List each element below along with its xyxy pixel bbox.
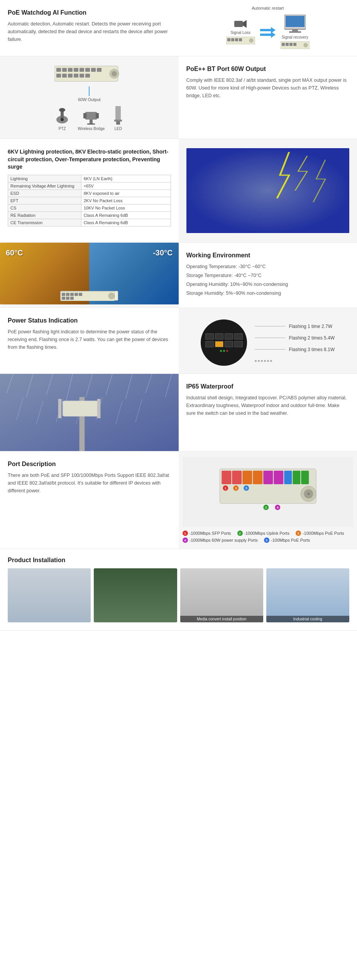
svg-rect-46 (115, 106, 121, 120)
table-cell-value: 2KV No Packet Loss (81, 197, 171, 204)
working-env-section: 60°C -30°C Working Environment Op (0, 243, 357, 308)
protection-left: 6KV Lightning protection, 8KV Electro-st… (0, 139, 179, 242)
legend-dot-icon: 3 (296, 531, 301, 536)
port-desc-title: Port Description (8, 461, 171, 468)
working-env-line: Storage Temperature: -40°C ~70°C (186, 272, 350, 279)
power-status-section: Power Status Indication PoE power flashi… (0, 308, 357, 374)
ip65-right: IP65 Waterproof Industrial shell design,… (179, 374, 357, 451)
svg-rect-101 (284, 471, 292, 484)
table-cell-feature: Lightning (8, 175, 81, 182)
port-block (205, 341, 214, 347)
table-row: EFT2KV No Packet Loss (8, 197, 171, 204)
port-block (225, 341, 233, 347)
install-label: Media convert install position (180, 616, 263, 622)
svg-rect-12 (292, 29, 298, 31)
port-block (234, 341, 243, 347)
working-env-title: Working Environment (186, 252, 350, 259)
flash-label: Flashing 1 time 2.7W (289, 324, 332, 329)
protection-table: Lightning6KV (LN Earth)Remaining Voltage… (8, 175, 171, 226)
power-status-left: Power Status Indication PoE power flashi… (0, 308, 179, 373)
svg-point-7 (249, 39, 253, 42)
svg-rect-71 (70, 297, 74, 300)
watchdog-section: PoE Watchdog AI Function Automatic detec… (0, 0, 357, 56)
legend-item: 4-1000Mbps 60W power supply Ports (183, 537, 258, 543)
svg-rect-95 (222, 471, 231, 484)
install-item: Industrial cooling (266, 568, 349, 622)
legend-label: -1000Mbps 60W power supply Ports (189, 538, 258, 542)
table-cell-feature: Remaining Voltage After Lightning (8, 182, 81, 189)
ptz-device: PTZ (54, 106, 70, 131)
legend-item: 5-100Mbps PoE Ports (264, 537, 310, 543)
poe-bt-desc: Comply with IEEE 802.3af / at/bt standar… (186, 76, 350, 100)
svg-rect-43 (96, 113, 99, 118)
svg-rect-27 (91, 68, 96, 72)
ip65-section: IP65 Waterproof Industrial shell design,… (0, 374, 357, 451)
svg-text:4: 4 (277, 506, 279, 509)
table-row: ESD8KV exposed to air (8, 189, 171, 197)
svg-rect-18 (293, 43, 296, 46)
svg-rect-28 (97, 68, 102, 72)
svg-rect-47 (114, 120, 122, 122)
installation-title: Product Installation (8, 557, 349, 564)
table-row: Lightning6KV (LN Earth) (8, 175, 171, 182)
port-desc-left: Port Description There are both PoE and … (0, 451, 179, 549)
svg-marker-9 (260, 32, 276, 38)
legend-dot-icon: 4 (183, 537, 188, 543)
svg-rect-103 (301, 471, 309, 484)
table-cell-value: 10KV No Packet Loss (81, 204, 171, 211)
port-block (234, 333, 243, 340)
svg-rect-68 (79, 293, 82, 296)
installation-section: Product Installation Media convert insta… (0, 549, 357, 630)
svg-rect-16 (286, 43, 289, 46)
svg-rect-69 (62, 297, 65, 300)
ip65-desc: Industrial shell design, Integrated topc… (186, 394, 350, 417)
legend-item: 3-1000Mbps PoE Ports (296, 531, 344, 536)
signal-loss-label: Signal Loss (230, 30, 250, 35)
table-row: Remaining Voltage After Lightning<65V (8, 182, 171, 189)
legend-dot-icon: 5 (264, 537, 269, 543)
port-block (215, 333, 223, 340)
table-cell-feature: RE Radiation (8, 211, 81, 219)
poe-bt-right: PoE++ BT Port 60W Output Comply with IEE… (179, 56, 357, 139)
connector-line-top (89, 86, 90, 96)
install-item (8, 568, 91, 622)
monitor-icon-right (284, 15, 306, 33)
lightning-bg (186, 148, 350, 233)
port-block-active (215, 341, 223, 347)
install-item: Media convert install position (180, 568, 263, 622)
signal-recovery-label: Signal recovery (282, 35, 308, 39)
bridge-device: Wireless Bridge (78, 106, 105, 131)
flash-line-icon (255, 338, 286, 338)
install-item (94, 568, 177, 622)
temp-hot-label: 60°C (6, 248, 23, 257)
svg-rect-24 (74, 68, 78, 72)
svg-rect-44 (90, 120, 93, 123)
working-env-lines: Operating Temperature: -30°C ~60°CStorag… (186, 263, 350, 297)
table-cell-feature: ESD (8, 189, 81, 197)
port-circle (201, 319, 247, 366)
svg-rect-42 (83, 113, 86, 118)
table-row: RE RadiationClass A Remaining 6dB (8, 211, 171, 219)
svg-rect-70 (66, 297, 69, 300)
watchdog-right: Automatic restart Signal Loss (179, 0, 357, 56)
svg-rect-67 (74, 293, 78, 296)
svg-point-39 (59, 108, 65, 112)
flash-item: Flashing 1 time 2.7W (255, 324, 335, 329)
poe-bt-title: PoE++ BT Port 60W Output (186, 66, 350, 73)
svg-marker-8 (260, 27, 276, 33)
working-env-left: 60°C -30°C (0, 243, 179, 308)
svg-point-106 (307, 493, 310, 495)
output-label-60w: 60W Output (78, 97, 101, 102)
svg-rect-96 (232, 471, 242, 484)
svg-rect-30 (62, 74, 67, 78)
svg-rect-33 (80, 74, 84, 78)
flash-item: Flashing 2 times 5.4W (255, 335, 335, 341)
protection-section: 6KV Lightning protection, 8KV Electro-st… (0, 139, 357, 243)
svg-rect-97 (242, 471, 252, 484)
flash-label: Flashing 3 times 8.1W (289, 347, 335, 352)
port-block (225, 333, 233, 340)
port-desc-text: There are both PoE and SFP 100/1000Mbps … (8, 471, 171, 495)
table-cell-value: Class A Remaining 6dB (81, 211, 171, 219)
svg-rect-6 (239, 38, 242, 41)
legend-label: -100Mbps PoE Ports (271, 538, 310, 542)
